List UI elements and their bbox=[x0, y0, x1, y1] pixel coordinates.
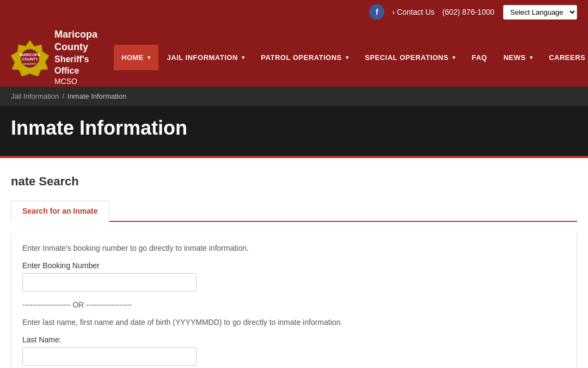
page-title-section: Inmate Information bbox=[0, 106, 588, 158]
nav-faq-label: FAQ bbox=[471, 53, 487, 62]
nav-home-caret: ▾ bbox=[148, 55, 151, 61]
breadcrumb-separator: / bbox=[62, 92, 64, 100]
logo-area[interactable]: MARICOPA COUNTY SHERIFF Maricopa County … bbox=[11, 28, 97, 87]
svg-text:COUNTY: COUNTY bbox=[22, 57, 38, 61]
nav-patrol-operations[interactable]: PATROL OPERATIONS ▾ bbox=[253, 45, 356, 70]
contact-link[interactable]: Contact Us bbox=[392, 8, 434, 16]
breadcrumb-parent[interactable]: Jail Information bbox=[11, 92, 59, 100]
last-name-input[interactable] bbox=[22, 347, 197, 366]
breadcrumb-bar: Jail Information / Inmate Information bbox=[0, 87, 588, 106]
name-description: Enter last name, first name and date of … bbox=[22, 318, 566, 327]
booking-description: Enter Inmate's booking number to go dire… bbox=[22, 244, 566, 252]
tab-search-label: Search for an Inmate bbox=[22, 207, 98, 215]
tab-search-inmate[interactable]: Search for an Inmate bbox=[11, 201, 109, 222]
facebook-icon[interactable]: f bbox=[369, 4, 384, 20]
booking-number-input[interactable] bbox=[22, 273, 197, 292]
language-select[interactable]: Select Language bbox=[503, 5, 577, 20]
nav-special-operations[interactable]: SPECIAL OPERATIONS ▾ bbox=[357, 45, 463, 70]
nav-home[interactable]: HOME ▾ bbox=[114, 45, 158, 70]
top-bar: f Contact Us (602) 876-1000 Select Langu… bbox=[0, 0, 588, 24]
org-acronym: MCSO bbox=[54, 76, 97, 86]
org-line1: Maricopa County bbox=[54, 28, 97, 54]
or-text: ------------------- OR -----------------… bbox=[22, 300, 132, 309]
search-form-section: Enter Inmate's booking number to go dire… bbox=[11, 233, 577, 368]
nav-careers[interactable]: CAREERS ▾ bbox=[541, 45, 588, 70]
nav-special-caret: ▾ bbox=[452, 55, 456, 61]
nav-patrol-caret: ▾ bbox=[346, 55, 349, 61]
org-name: Maricopa County Sheriff's Office MCSO bbox=[54, 28, 97, 87]
site-header: MARICOPA COUNTY SHERIFF Maricopa County … bbox=[0, 24, 588, 87]
nav-home-label: HOME bbox=[121, 53, 144, 62]
social-links: f Contact Us (602) 876-1000 bbox=[369, 4, 494, 20]
last-name-label: Last Name: bbox=[22, 335, 566, 344]
main-nav: HOME ▾ JAIL INFORMATION ▾ PATROL OPERATI… bbox=[114, 45, 588, 70]
nav-news[interactable]: NEWS ▾ bbox=[496, 45, 541, 70]
svg-text:SHERIFF: SHERIFF bbox=[23, 62, 37, 65]
nav-careers-label: CAREERS bbox=[549, 53, 585, 62]
org-line2: Sheriff's Office bbox=[54, 54, 97, 77]
main-content: nate Search Search for an Inmate Enter I… bbox=[0, 158, 588, 368]
nav-news-caret: ▾ bbox=[530, 55, 533, 61]
nav-special-label: SPECIAL OPERATIONS bbox=[365, 53, 449, 62]
nav-jail-label: JAIL INFORMATION bbox=[167, 53, 238, 62]
breadcrumb-current: Inmate Information bbox=[68, 92, 126, 100]
nav-jail-caret: ▾ bbox=[242, 55, 245, 61]
or-divider: ------------------- OR -----------------… bbox=[22, 300, 566, 309]
search-tabs: Search for an Inmate bbox=[11, 200, 577, 222]
page-title: Inmate Information bbox=[11, 117, 577, 140]
nav-news-label: NEWS bbox=[504, 53, 526, 62]
phone-number: (602) 876-1000 bbox=[442, 8, 494, 16]
svg-text:MARICOPA: MARICOPA bbox=[20, 53, 40, 57]
badge-icon: MARICOPA COUNTY SHERIFF bbox=[11, 38, 49, 76]
booking-number-label: Enter Booking Number bbox=[22, 261, 566, 270]
section-title: nate Search bbox=[11, 174, 577, 189]
nav-patrol-label: PATROL OPERATIONS bbox=[261, 53, 341, 62]
nav-faq[interactable]: FAQ bbox=[464, 45, 494, 70]
nav-jail-information[interactable]: JAIL INFORMATION ▾ bbox=[160, 45, 253, 70]
